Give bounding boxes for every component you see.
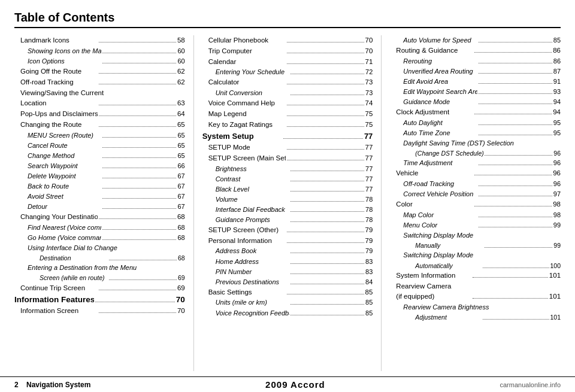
toc-entry: Volume78: [202, 195, 373, 205]
toc-page-num: 100: [550, 261, 561, 271]
toc-label: Pop-Ups and Disclaimers: [14, 109, 98, 120]
footer: 2 Navigation System 2009 Accord carmanua…: [0, 376, 575, 392]
toc-entry: Edit Waypoint Search Area93: [390, 87, 561, 97]
toc-entry: Map Color98: [390, 210, 561, 220]
toc-entry: Landmark Icons58: [14, 35, 185, 46]
toc-label: Edit Avoid Area: [390, 77, 477, 87]
toc-page-num: 73: [365, 77, 373, 88]
toc-label: Information Screen: [14, 306, 98, 317]
toc-page-num: 67: [177, 181, 184, 192]
toc-page-num: 96: [553, 148, 561, 158]
toc-dots: [99, 312, 176, 313]
toc-entry: Switching Display Mode: [390, 250, 561, 260]
toc-dots: [102, 63, 176, 63]
toc-page-num: 79: [365, 236, 373, 247]
toc-label: Find Nearest (Voice command): [14, 223, 101, 233]
toc-entry: Location63: [14, 98, 185, 109]
toc-label: Home Address: [202, 257, 289, 267]
toc-dots: [287, 63, 364, 64]
main-content: Table of Contents Landmark Icons58Showin…: [0, 0, 575, 376]
toc-label: Unverified Area Routing: [390, 66, 477, 77]
toc-label: Calculator: [202, 77, 286, 88]
toc-dots: [287, 232, 364, 232]
toc-label: Black Level: [202, 184, 289, 195]
toc-dots: [287, 149, 364, 150]
toc-entry: (Change DST Schedule)96: [390, 148, 561, 158]
toc-page-num: 94: [553, 107, 561, 118]
toc-entry: Personal Information79: [202, 236, 373, 247]
toc-entry: Back to Route67: [14, 181, 185, 192]
toc-entry: Basic Settings85: [202, 287, 373, 298]
toc-dots: [102, 178, 176, 178]
toc-page-num: 65: [177, 141, 184, 151]
toc-label: Switching Display Mode: [390, 250, 561, 260]
toc-entry: Rearview Camera: [390, 281, 561, 292]
toc-label: Time Adjustment: [390, 158, 477, 168]
toc-page-num: 77: [365, 164, 373, 174]
toc-entry: Manually99: [390, 241, 561, 250]
toc-page-num: 78: [365, 195, 373, 205]
toc-entry: SETUP Screen (Other)79: [202, 225, 373, 236]
toc-dots: [102, 239, 176, 240]
toc-label: Rearview Camera: [390, 281, 561, 292]
toc-entry: Calendar71: [202, 57, 373, 68]
toc-page-num: 85: [365, 287, 373, 298]
toc-page-num: 96: [553, 158, 561, 168]
toc-entry: Detour67: [14, 202, 185, 212]
toc-page-num: 85: [365, 308, 373, 318]
toc-page-num: 62: [177, 77, 185, 88]
toc-entry: Color98: [390, 199, 561, 210]
toc-page-num: 78: [365, 205, 373, 215]
toc-entry: Off-road Tracking62: [14, 77, 185, 88]
toc-page-num: 68: [177, 212, 185, 223]
toc-entry: Contrast77: [202, 174, 373, 184]
toc-dots: [479, 196, 552, 196]
footer-page-label: 2 Navigation System: [14, 381, 90, 389]
toc-label: Auto Time Zone: [390, 128, 477, 138]
toc-dots: [479, 63, 552, 63]
toc-dots: [99, 290, 176, 290]
toc-dots: [479, 104, 552, 104]
toc-dots: [99, 42, 176, 42]
toc-page-num: 69: [178, 273, 185, 282]
toc-entry: System Setup77: [202, 130, 373, 142]
toc-page-num: 85: [553, 35, 561, 45]
toc-dots: [290, 253, 364, 253]
toc-entry: Unit Conversion73: [202, 88, 373, 98]
toc-page-num: 79: [365, 225, 373, 236]
toc-page-num: 74: [365, 98, 373, 109]
toc-dots: [102, 208, 176, 209]
toc-entry: Vehicle96: [390, 168, 561, 179]
toc-label: Rearview Camera Brightness: [390, 302, 561, 312]
toc-dots: [483, 268, 549, 268]
toc-label: SETUP Screen (Other): [202, 225, 286, 236]
toc-page-num: 68: [178, 253, 185, 263]
footer-page-num: 2: [14, 381, 19, 389]
toc-page-num: 70: [176, 294, 185, 306]
toc-entry: PIN Number83: [202, 267, 373, 277]
toc-page-num: 65: [177, 151, 184, 161]
toc-page-num: 91: [553, 77, 561, 87]
toc-entry: Guidance Prompts78: [202, 215, 373, 225]
toc-label: Vehicle: [390, 168, 473, 179]
toc-entry: Auto Daylight95: [390, 118, 561, 128]
toc-label: Detour: [14, 202, 101, 212]
toc-entry: Continue Trip Screen69: [14, 283, 185, 294]
toc-label: Back to Route: [14, 181, 101, 192]
toc-dots: [99, 84, 176, 84]
toc-label: Switching Display Mode: [390, 230, 561, 241]
toc-dots: [287, 294, 364, 294]
toc-page-num: 70: [177, 306, 185, 317]
toc-dots: [290, 181, 364, 181]
toc-page-num: 95: [553, 118, 561, 128]
toc-entry: Black Level77: [202, 184, 373, 195]
toc-entry: Rerouting86: [390, 56, 561, 66]
toc-dots: [102, 53, 176, 53]
toc-dots: [287, 116, 364, 116]
toc-page-num: 67: [177, 171, 184, 181]
toc-label: (if equipped): [390, 291, 471, 302]
toc-page-num: 95: [553, 128, 561, 138]
toc-dots: [474, 52, 552, 53]
toc-entry: Key to Zagat Ratings75: [202, 120, 373, 130]
toc-dots: [290, 201, 364, 202]
